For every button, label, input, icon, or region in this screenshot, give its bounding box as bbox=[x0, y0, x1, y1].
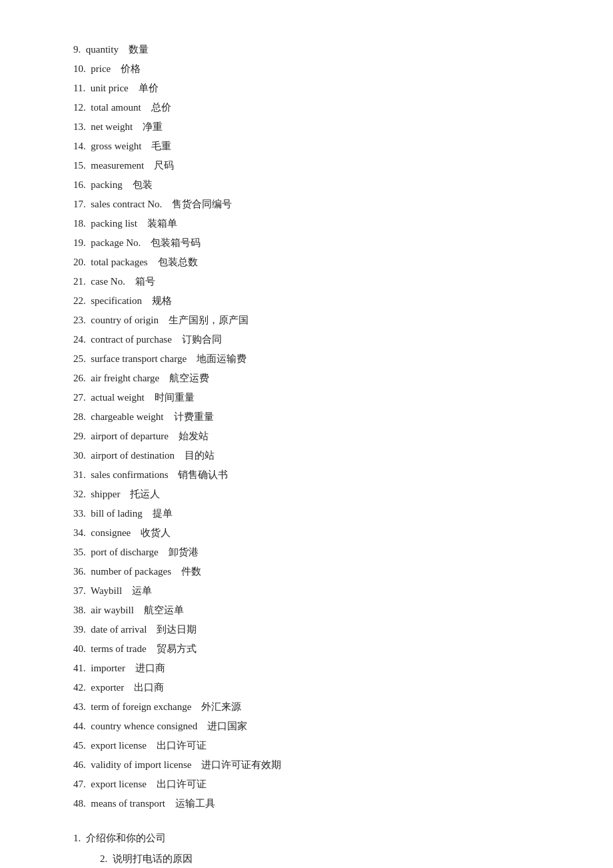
list-item: 10. price 价格 bbox=[73, 59, 560, 79]
list-item: 28. chargeable weight 计费重量 bbox=[73, 407, 560, 427]
list-item: 12. total amount 总价 bbox=[73, 98, 560, 117]
list-item: 21. case No. 箱号 bbox=[73, 272, 560, 291]
list-item: 48. means of transport 运输工具 bbox=[73, 794, 560, 813]
section-item: 1. 介绍你和你的公司 bbox=[73, 829, 560, 847]
list-item: 30. airport of destination 目的站 bbox=[73, 446, 560, 465]
list-item: 24. contract of purchase 订购合同 bbox=[73, 330, 560, 349]
list-item: 32. shipper 托运人 bbox=[73, 485, 560, 504]
list-item: 14. gross weight 毛重 bbox=[73, 137, 560, 156]
list-item: 40. terms of trade 贸易方式 bbox=[73, 639, 560, 659]
list-item: 34. consignee 收货人 bbox=[73, 523, 560, 543]
list-item: 19. package No. 包装箱号码 bbox=[73, 233, 560, 253]
list-item: 39. date of arrival 到达日期 bbox=[73, 620, 560, 639]
list-item: 18. packing list 装箱单 bbox=[73, 214, 560, 233]
list-item: 22. specification 规格 bbox=[73, 291, 560, 311]
list-item: 36. number of packages 件数 bbox=[73, 562, 560, 581]
list-item: 37. Waybill 运单 bbox=[73, 581, 560, 601]
section-list: 1. 介绍你和你的公司2. 说明打电话的原因 bbox=[73, 829, 560, 868]
list-item: 31. sales confirmations 销售确认书 bbox=[73, 465, 560, 485]
list-item: 43. term of foreign exchange 外汇来源 bbox=[73, 697, 560, 717]
list-item: 13. net weight 净重 bbox=[73, 117, 560, 137]
list-item: 26. air freight charge 航空运费 bbox=[73, 369, 560, 388]
list-item: 11. unit price 单价 bbox=[73, 79, 560, 98]
list-item: 27. actual weight 时间重量 bbox=[73, 388, 560, 407]
list-item: 17. sales contract No. 售货合同编号 bbox=[73, 195, 560, 214]
list-item: 9. quantity 数量 bbox=[73, 40, 560, 59]
list-item: 38. air waybill 航空运单 bbox=[73, 601, 560, 620]
list-item: 15. measurement 尺码 bbox=[73, 156, 560, 175]
list-item: 16. packing 包装 bbox=[73, 175, 560, 195]
list-item: 46. validity of import license 进口许可证有效期 bbox=[73, 755, 560, 775]
section-item: 2. 说明打电话的原因 bbox=[73, 850, 560, 868]
list-item: 23. country of origin 生产国别，原产国 bbox=[73, 311, 560, 330]
list-item: 25. surface transport charge 地面运输费 bbox=[73, 349, 560, 369]
vocabulary-list: 9. quantity 数量10. price 价格11. unit price… bbox=[73, 40, 560, 813]
list-item: 45. export license 出口许可证 bbox=[73, 736, 560, 755]
list-item: 44. country whence consigned 进口国家 bbox=[73, 717, 560, 736]
list-item: 35. port of discharge 卸货港 bbox=[73, 543, 560, 562]
list-item: 41. importer 进口商 bbox=[73, 659, 560, 678]
list-item: 42. exporter 出口商 bbox=[73, 678, 560, 697]
list-item: 47. export license 出口许可证 bbox=[73, 775, 560, 794]
list-item: 29. airport of departure 始发站 bbox=[73, 427, 560, 446]
list-item: 33. bill of lading 提单 bbox=[73, 504, 560, 523]
list-item: 20. total packages 包装总数 bbox=[73, 253, 560, 272]
